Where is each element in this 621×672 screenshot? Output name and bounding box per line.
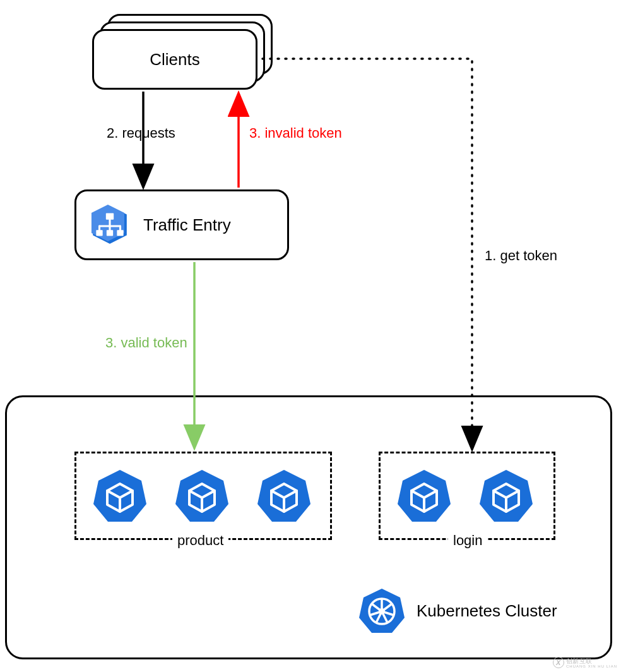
watermark-brand: 创新互联 (566, 657, 593, 664)
edge-label-get-token: 1. get token (485, 248, 557, 264)
product-group-label: product (172, 532, 228, 549)
svg-rect-9 (107, 230, 113, 236)
login-group (379, 452, 555, 540)
edge-label-invalid-token: 3. invalid token (249, 125, 342, 141)
clients-node: Clients (92, 29, 257, 90)
architecture-diagram: Clients Traffic Entry product login (0, 0, 621, 672)
load-balancer-icon (89, 204, 131, 246)
cluster-label: Kubernetes Cluster (417, 601, 557, 621)
edge-label-requests: 2. requests (107, 125, 175, 141)
edge-label-valid-token: 3. valid token (105, 335, 187, 351)
edge-get-token (263, 59, 472, 448)
traffic-entry-label: Traffic Entry (143, 215, 231, 235)
svg-rect-10 (117, 230, 123, 236)
watermark: 创新互联 CHUANG XIN HU LIAN (553, 657, 617, 668)
product-group (74, 452, 332, 540)
login-group-label: login (448, 532, 487, 549)
svg-rect-8 (96, 230, 102, 236)
traffic-entry-node: Traffic Entry (74, 189, 289, 260)
watermark-sub: CHUANG XIN HU LIAN (566, 664, 617, 668)
clients-label: Clients (150, 50, 199, 69)
watermark-logo-icon (553, 657, 564, 668)
